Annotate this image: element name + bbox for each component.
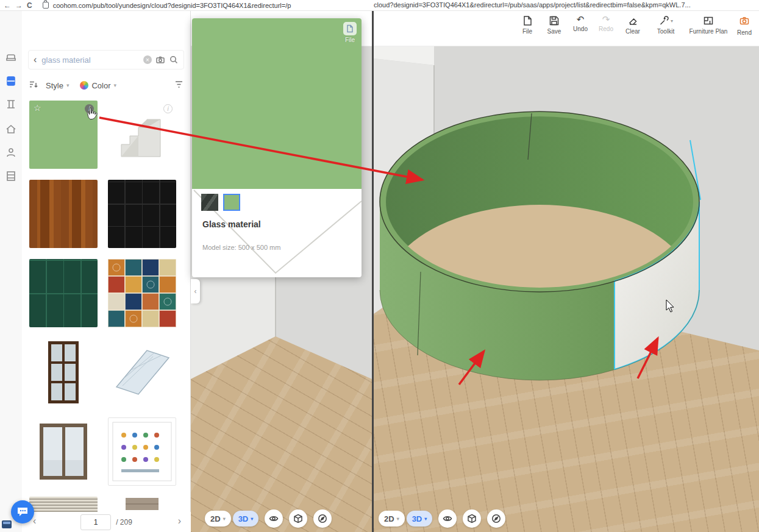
search-back-icon[interactable]: ‹ — [34, 55, 37, 65]
toolbar-buttons: File Save ↶ Undo ↷ Redo Clear ▾ — [514, 15, 757, 36]
undo-icon: ↶ — [577, 15, 585, 24]
material-variant-swatches — [201, 194, 240, 211]
chevron-down-icon: ▾ — [424, 516, 427, 522]
compass-button[interactable] — [487, 509, 505, 528]
mosaic-image — [108, 259, 176, 327]
search-icon[interactable] — [169, 55, 179, 65]
redo-button: ↷ Redo — [593, 15, 619, 36]
variant-swatch-green-selected[interactable] — [223, 194, 240, 211]
coohom-design-tool: ← → C coohom.com/pub/tool/yundesign/clou… — [0, 0, 759, 532]
material-wooden-door[interactable] — [29, 338, 98, 406]
camera-search-icon[interactable] — [155, 55, 165, 65]
browser-forward-icon[interactable]: → — [15, 2, 23, 9]
2d-mode-button[interactable]: 2D ▾ — [205, 511, 231, 527]
browser-back-icon[interactable]: ← — [4, 2, 11, 9]
variant-swatch-dark[interactable] — [201, 194, 218, 211]
next-page-icon[interactable]: › — [178, 516, 181, 527]
clear-button[interactable]: Clear — [619, 15, 647, 36]
curved-glass-wall-model[interactable] — [374, 11, 759, 532]
favorite-star-icon[interactable]: ☆ — [34, 103, 41, 113]
sort-icon[interactable] — [28, 79, 38, 92]
info-icon[interactable]: i — [85, 104, 94, 113]
search-bar: ‹ × — [28, 50, 184, 69]
material-grid: ☆ i i — [29, 101, 184, 523]
page-total: / 209 — [116, 518, 132, 527]
panel-collapse-handle[interactable]: ‹ — [191, 279, 200, 303]
chevron-down-icon: ▾ — [223, 516, 226, 522]
material-catalog-panel: ‹ × Style ▾ Color ▾ — [22, 11, 191, 532]
structure-icon[interactable] — [4, 97, 18, 112]
info-icon[interactable]: i — [163, 104, 173, 113]
3d-mode-button[interactable]: 3D ▾ — [407, 511, 433, 527]
render-button[interactable]: Rend — [732, 15, 757, 36]
material-spiral-staircase[interactable]: i — [108, 101, 176, 169]
compass-button[interactable] — [313, 509, 332, 528]
3d-label: 3D — [238, 514, 249, 523]
material-wood-texture[interactable] — [29, 180, 98, 248]
material-green-tile[interactable] — [29, 259, 98, 327]
preview-file-button[interactable]: File — [340, 22, 360, 43]
clear-search-icon[interactable]: × — [143, 55, 152, 64]
material-preview-image — [192, 18, 362, 189]
viewport-divider[interactable] — [372, 11, 374, 532]
left-view-controls: 2D ▾ 3D ▾ — [205, 509, 332, 528]
chevron-down-icon: ▾ — [66, 82, 69, 88]
material-glass-green[interactable]: ☆ i — [29, 101, 98, 169]
browser-address-bar: ← → C coohom.com/pub/tool/yundesign/clou… — [0, 0, 759, 11]
style-dropdown[interactable]: Style ▾ — [42, 79, 73, 92]
color-dropdown-label: Color — [91, 81, 110, 90]
storage-icon[interactable] — [4, 169, 18, 183]
left-icon-rail — [0, 11, 23, 532]
cube-view-button[interactable] — [289, 509, 307, 528]
2d-mode-button[interactable]: 2D ▾ — [379, 511, 405, 527]
designer-icon[interactable] — [4, 145, 18, 160]
visibility-button[interactable] — [265, 509, 283, 528]
furniture-plan-label: Furniture Plan — [690, 28, 728, 35]
chevron-down-icon: ▾ — [397, 516, 399, 522]
browser-refresh-icon[interactable]: C — [27, 2, 32, 9]
floor-plan-icon — [703, 15, 714, 26]
cube-view-button[interactable] — [463, 509, 481, 528]
house-icon[interactable] — [4, 122, 18, 137]
page-number-input[interactable] — [80, 514, 111, 530]
furniture-plan-button[interactable]: Furniture Plan — [685, 15, 732, 36]
redo-label: Redo — [599, 26, 613, 32]
url-text[interactable]: coohom.com/pub/tool/yundesign/cloud?desi… — [53, 2, 291, 9]
material-glass-canopy[interactable] — [108, 338, 176, 406]
material-mosaic-tiles[interactable] — [108, 259, 176, 327]
plank-image — [126, 498, 159, 510]
save-label: Save — [547, 28, 561, 35]
file-button[interactable]: File — [514, 15, 541, 36]
color-dropdown[interactable]: Color ▾ — [76, 79, 120, 92]
visibility-button[interactable] — [438, 509, 457, 528]
bottom-panel-icon[interactable] — [2, 520, 12, 528]
3d-mode-button[interactable]: 3D ▾ — [233, 511, 259, 527]
chevron-down-icon: ▾ — [251, 516, 253, 522]
eraser-icon — [627, 15, 638, 26]
material-window[interactable] — [29, 417, 98, 486]
file-icon — [522, 15, 533, 26]
furnishings-icon[interactable] — [4, 50, 18, 65]
clear-label: Clear — [625, 28, 640, 35]
filter-icon[interactable] — [174, 79, 184, 92]
material-poster[interactable] — [108, 417, 176, 486]
preview-file-label: File — [345, 37, 355, 43]
save-icon — [549, 15, 560, 26]
save-button[interactable]: Save — [541, 15, 568, 36]
url-text-overlap: cloud?designid=3FO3TIQ464X1&redirecturl=… — [374, 1, 691, 9]
material-black-tile[interactable] — [108, 180, 176, 248]
search-input[interactable] — [40, 55, 140, 65]
2d-label: 2D — [384, 514, 394, 523]
material-preview-card: File Glass material Model size: 500 x 50… — [192, 18, 362, 277]
right-3d-viewport[interactable]: File Save ↶ Undo ↷ Redo Clear ▾ — [374, 11, 759, 532]
chat-bubble-icon — [16, 506, 29, 517]
canopy-image — [108, 338, 176, 406]
prev-page-icon[interactable]: ‹ — [33, 516, 36, 527]
door-image — [48, 341, 79, 403]
chat-support-button[interactable] — [11, 500, 34, 523]
padlock-icon — [43, 2, 49, 9]
chevron-down-icon: ▾ — [114, 82, 117, 88]
construction-icon[interactable] — [4, 74, 18, 88]
toolkit-button[interactable]: ▾ Toolkit — [647, 15, 685, 36]
undo-button[interactable]: ↶ Undo — [568, 15, 593, 36]
